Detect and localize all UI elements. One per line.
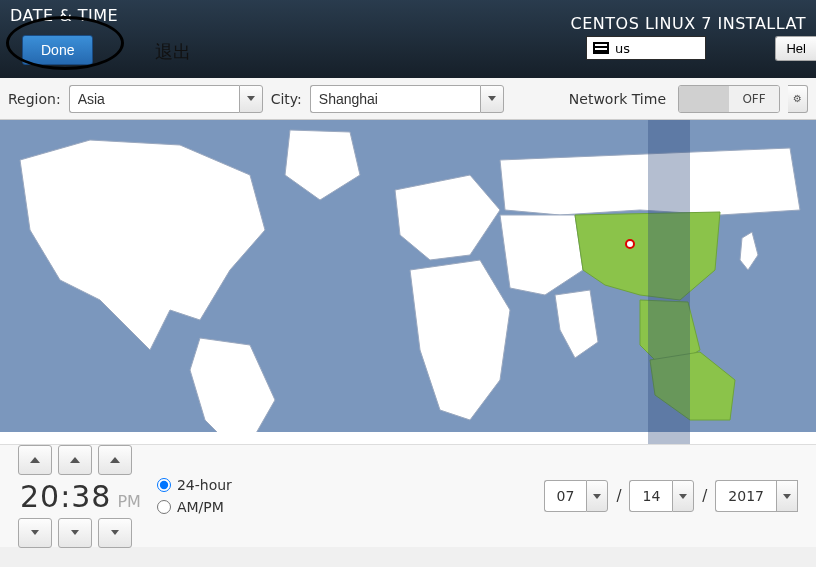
chevron-up-icon bbox=[70, 457, 80, 463]
chevron-down-icon bbox=[488, 96, 496, 101]
chevron-up-icon bbox=[30, 457, 40, 463]
time-value: 20:38 bbox=[20, 479, 111, 514]
month-value: 07 bbox=[544, 480, 587, 512]
keyboard-layout-indicator[interactable]: us bbox=[586, 36, 706, 60]
chevron-down-icon bbox=[71, 530, 79, 535]
chevron-down-icon bbox=[783, 494, 791, 499]
toggle-off-label: OFF bbox=[729, 86, 779, 112]
format-24-option[interactable]: 24-hour bbox=[157, 477, 232, 493]
year-combo[interactable]: 2017 bbox=[715, 480, 798, 512]
region-input[interactable] bbox=[69, 85, 239, 113]
city-input[interactable] bbox=[310, 85, 480, 113]
ampm-down-button[interactable] bbox=[98, 518, 132, 548]
chevron-down-icon bbox=[247, 96, 255, 101]
chevron-up-icon bbox=[110, 457, 120, 463]
chevron-down-icon bbox=[31, 530, 39, 535]
date-sep-2: / bbox=[702, 487, 707, 505]
installer-title: CENTOS LINUX 7 INSTALLAT bbox=[571, 14, 806, 33]
svg-rect-0 bbox=[0, 432, 816, 444]
day-value: 14 bbox=[629, 480, 672, 512]
location-pin bbox=[625, 239, 635, 249]
keyboard-layout-label: us bbox=[615, 41, 630, 56]
month-dropdown-button[interactable] bbox=[586, 480, 608, 512]
minute-down-button[interactable] bbox=[58, 518, 92, 548]
format-24-radio[interactable] bbox=[157, 478, 171, 492]
done-button[interactable]: Done bbox=[22, 35, 93, 65]
year-value: 2017 bbox=[715, 480, 776, 512]
time-display: 20:38 PM bbox=[18, 479, 143, 514]
help-button[interactable]: Hel bbox=[775, 36, 816, 61]
city-dropdown-button[interactable] bbox=[480, 85, 504, 113]
network-time-label: Network Time bbox=[569, 91, 666, 107]
toggle-on-side bbox=[679, 86, 729, 112]
region-label: Region: bbox=[8, 91, 61, 107]
ampm-up-button[interactable] bbox=[98, 445, 132, 475]
bottom-bar: 20:38 PM 24-hour AM/PM 07 / 14 / bbox=[0, 444, 816, 547]
chevron-down-icon bbox=[111, 530, 119, 535]
region-dropdown-button[interactable] bbox=[239, 85, 263, 113]
header: DATE & TIME Done 退出 CENTOS LINUX 7 INSTA… bbox=[0, 0, 816, 78]
city-combo[interactable] bbox=[310, 85, 504, 113]
network-time-toggle[interactable]: OFF bbox=[678, 85, 780, 113]
gear-icon: ⚙ bbox=[793, 93, 802, 104]
format-ampm-label: AM/PM bbox=[177, 499, 224, 515]
time-ampm: PM bbox=[117, 492, 140, 511]
city-label: City: bbox=[271, 91, 302, 107]
format-ampm-radio[interactable] bbox=[157, 500, 171, 514]
chevron-down-icon bbox=[679, 494, 687, 499]
controls-bar: Region: City: Network Time OFF ⚙ bbox=[0, 78, 816, 120]
format-ampm-option[interactable]: AM/PM bbox=[157, 499, 232, 515]
timezone-map[interactable] bbox=[0, 120, 816, 444]
time-steppers: 20:38 PM bbox=[18, 445, 143, 548]
hour-down-button[interactable] bbox=[18, 518, 52, 548]
world-map-svg bbox=[0, 120, 816, 444]
chevron-down-icon bbox=[593, 494, 601, 499]
date-sep-1: / bbox=[616, 487, 621, 505]
network-time-settings-button[interactable]: ⚙ bbox=[788, 85, 808, 113]
format-24-label: 24-hour bbox=[177, 477, 232, 493]
exit-label: 退出 bbox=[155, 40, 191, 64]
hour-up-button[interactable] bbox=[18, 445, 52, 475]
keyboard-icon bbox=[593, 42, 609, 54]
month-combo[interactable]: 07 bbox=[544, 480, 609, 512]
day-dropdown-button[interactable] bbox=[672, 480, 694, 512]
timezone-band bbox=[648, 120, 690, 444]
minute-up-button[interactable] bbox=[58, 445, 92, 475]
year-dropdown-button[interactable] bbox=[776, 480, 798, 512]
date-section: 07 / 14 / 2017 bbox=[544, 480, 798, 512]
day-combo[interactable]: 14 bbox=[629, 480, 694, 512]
region-combo[interactable] bbox=[69, 85, 263, 113]
time-format-radios: 24-hour AM/PM bbox=[157, 477, 232, 515]
